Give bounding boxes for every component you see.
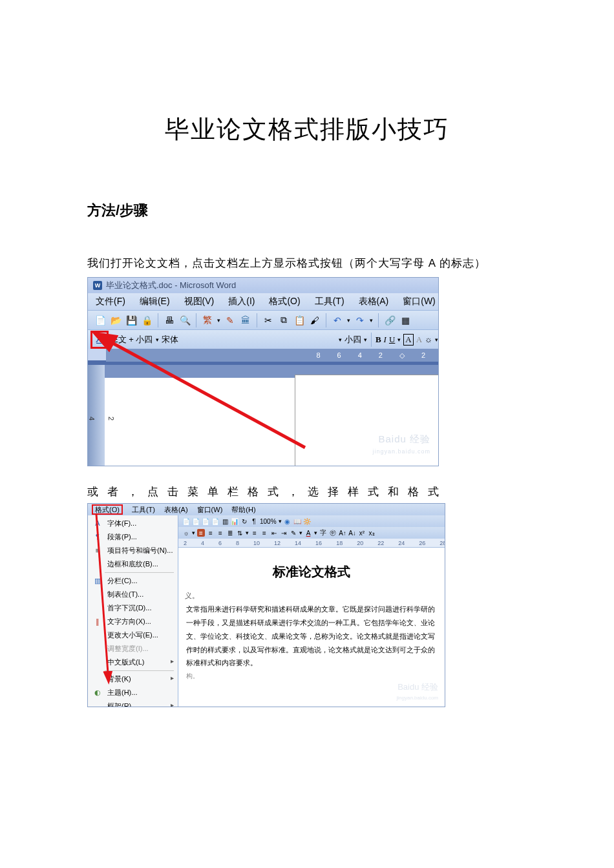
permission-icon[interactable]: 🔒 — [141, 315, 153, 326]
menu-view[interactable]: 视图(V) — [184, 296, 215, 307]
char-fit-icon[interactable]: ☼ — [182, 529, 190, 537]
char-border-icon[interactable]: 字 — [319, 529, 327, 537]
justify-icon[interactable]: ≣ — [226, 529, 234, 537]
style-name[interactable]: E文 + 小四 — [112, 334, 153, 346]
menu-format[interactable]: 格式(O) — [95, 505, 120, 515]
menu-format[interactable]: 格式(O) — [269, 296, 300, 307]
char-shading-icon[interactable]: A — [416, 335, 422, 345]
new-icon[interactable]: 📄 — [94, 315, 106, 326]
font-size[interactable]: 小四 — [344, 334, 361, 346]
menu-dropcap[interactable]: 首字下沉(D)... — [88, 601, 178, 615]
align-right-icon[interactable]: ≡ — [217, 529, 224, 537]
redo-icon[interactable]: ↷ — [354, 315, 366, 326]
highlight-icon[interactable]: ✎ — [290, 529, 297, 537]
menu-borders[interactable]: 边框和底纹(B)... — [88, 557, 178, 571]
format-painter-icon[interactable]: 🖌 — [309, 315, 321, 326]
menu-paragraph[interactable]: ¶段落(P)... — [88, 530, 178, 544]
menu-theme[interactable]: ◐主题(H)... — [88, 686, 178, 699]
char-fit-icon[interactable]: ☼ — [425, 335, 432, 344]
dropdown-icon[interactable]: ▾ — [435, 336, 438, 343]
dropdown-icon[interactable]: ▾ — [397, 336, 401, 343]
dropdown-icon[interactable]: ▾ — [279, 518, 282, 524]
menu-columns[interactable]: ▥分栏(C)... — [88, 574, 178, 588]
outdent-icon[interactable]: ⇤ — [270, 529, 278, 537]
menu-asian[interactable]: 中文版式(L)▸ — [88, 656, 178, 669]
menu-frames[interactable]: 框架(R)▸ — [88, 699, 178, 707]
open-icon[interactable]: 📂 — [110, 315, 122, 326]
menu-help[interactable]: 帮助(H) — [231, 505, 255, 515]
menu-tabs[interactable]: 制表位(T)... — [88, 588, 178, 601]
border-text-icon[interactable]: A — [403, 334, 413, 346]
preview-icon[interactable]: 🔍 — [179, 315, 191, 326]
copy-icon[interactable]: ⧉ — [278, 315, 290, 326]
menu-font[interactable]: A字体(F)... — [88, 517, 178, 530]
circled-icon[interactable]: ㊥ — [329, 529, 337, 537]
italic-icon[interactable]: I — [384, 335, 386, 345]
ruler-tick: 8 — [236, 540, 239, 546]
indent-icon[interactable]: ⇥ — [280, 529, 288, 537]
num-list-icon[interactable]: ≡ — [251, 529, 259, 537]
dropdown-icon[interactable]: ▾ — [347, 317, 350, 324]
menu-window[interactable]: 窗口(W) — [403, 296, 436, 307]
sup-icon[interactable]: A↑ — [339, 529, 346, 537]
menu-changecase[interactable]: 更改大小写(E)... — [88, 628, 178, 642]
menu-insert[interactable]: 插入(I) — [228, 296, 255, 307]
menu-bullets[interactable]: ≡项目符号和编号(N)... — [88, 544, 178, 557]
tables-borders-icon[interactable]: ▦ — [399, 315, 411, 326]
dropdown-icon[interactable]: ▾ — [364, 336, 367, 343]
dropdown-icon[interactable]: ▾ — [192, 530, 195, 536]
underline-icon[interactable]: U — [389, 335, 395, 345]
menu-background[interactable]: 背景(K)▸ — [88, 672, 178, 686]
dropdown-icon[interactable]: ▾ — [314, 530, 317, 536]
research-icon[interactable]: 🏛 — [240, 315, 251, 326]
dropdown-icon[interactable]: ▾ — [299, 530, 302, 536]
subs-icon[interactable]: x₂ — [368, 529, 376, 537]
font-name[interactable]: 宋体 — [162, 334, 178, 346]
align-center-icon[interactable]: ≡ — [207, 529, 215, 537]
chart-icon[interactable]: 📊 — [231, 517, 238, 525]
paste-icon[interactable]: 📋 — [293, 315, 305, 326]
hyperlink-icon[interactable]: 🔗 — [384, 315, 396, 326]
styles-format-icon[interactable]: A — [96, 334, 103, 345]
zoom-level[interactable]: 100% — [260, 518, 277, 525]
super-icon[interactable]: x² — [358, 529, 366, 537]
menu-file[interactable]: 文件(F) — [96, 296, 125, 307]
styles-format-button-highlight: A — [90, 331, 109, 349]
bold-icon[interactable]: B — [376, 335, 381, 345]
linespacing-icon[interactable]: ⇅ — [236, 529, 244, 537]
dropdown-icon[interactable]: ▾ — [246, 530, 249, 536]
menu-fit[interactable]: 调整宽度(I)... — [88, 642, 178, 656]
margin-marker-icon[interactable]: ◇ — [399, 351, 405, 360]
print-icon[interactable]: 🖶 — [164, 315, 175, 326]
menu-window[interactable]: 窗口(W) — [197, 505, 223, 515]
undo-icon[interactable]: ↶ — [332, 315, 343, 326]
doc-icon[interactable]: 📄 — [182, 517, 190, 525]
doc-icon[interactable]: 📄 — [211, 517, 219, 525]
spelling-icon[interactable]: ✎ — [224, 315, 236, 326]
traditional-icon[interactable]: 繁 — [202, 315, 213, 326]
menu-tools[interactable]: 工具(T) — [315, 296, 344, 307]
pilcrow-icon[interactable]: ¶ — [250, 517, 258, 525]
refresh-icon[interactable]: ↻ — [240, 517, 248, 525]
palette-icon[interactable]: 🔆 — [303, 517, 311, 525]
cut-icon[interactable]: ✂ — [262, 315, 274, 326]
dropdown-icon[interactable]: ▾ — [217, 317, 220, 324]
menu-table[interactable]: 表格(A) — [359, 296, 389, 307]
dropdown-icon[interactable]: ▾ — [339, 336, 342, 343]
bullet-list-icon[interactable]: ≡ — [260, 529, 268, 537]
menu-textdir[interactable]: ‖文字方向(X)... — [88, 615, 178, 628]
dropdown-icon[interactable]: ▾ — [156, 336, 159, 343]
save-icon[interactable]: 💾 — [125, 315, 137, 326]
columns-icon[interactable]: ▥ — [221, 517, 229, 525]
dropdown-icon[interactable]: ▾ — [370, 317, 373, 324]
font-color-icon[interactable]: A — [304, 529, 312, 537]
help-icon[interactable]: ◉ — [284, 517, 291, 525]
sub-icon[interactable]: A↓ — [348, 529, 356, 537]
menu-edit[interactable]: 编辑(E) — [140, 296, 170, 307]
doc-icon[interactable]: 📄 — [202, 517, 209, 525]
menu-tools[interactable]: 工具(T) — [132, 505, 155, 515]
align-left-icon[interactable]: ≡ — [197, 529, 205, 537]
read-icon[interactable]: 📖 — [293, 517, 301, 525]
doc-icon[interactable]: 📄 — [192, 517, 200, 525]
menu-table[interactable]: 表格(A) — [164, 505, 188, 515]
